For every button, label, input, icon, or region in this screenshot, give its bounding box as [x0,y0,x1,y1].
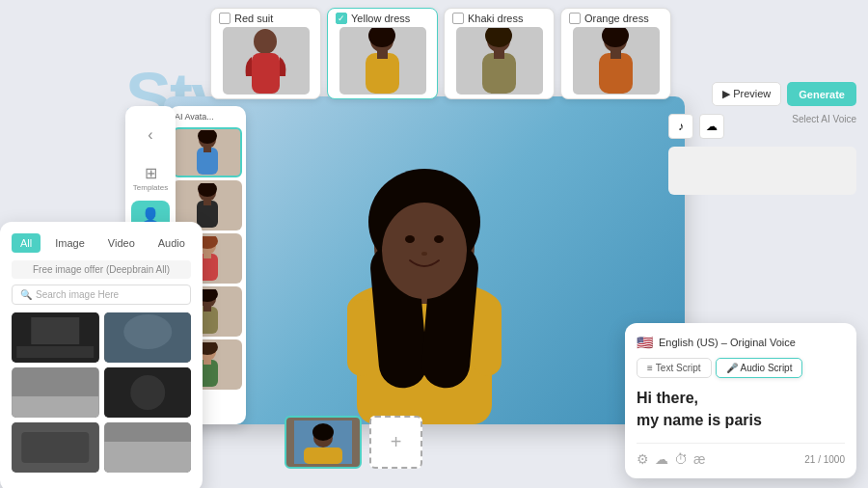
svg-rect-63 [104,442,191,473]
sidebar-label-templates: Templates [133,183,168,192]
text-script-icon: ≡ [647,363,653,373]
main-avatar-svg [280,96,569,424]
media-tab-video[interactable]: Video [99,233,144,253]
timeline-thumb-1[interactable] [285,416,362,469]
cloud-icon[interactable]: ☁ [655,451,668,467]
avatar-panel-title: AI Avata... [173,112,242,122]
svg-rect-12 [599,53,633,94]
outfit-thumb-khaki-dress [456,27,543,95]
svg-rect-50 [304,447,342,464]
media-thumb-5[interactable] [12,422,99,473]
outfit-checkbox-orange-dress[interactable] [569,13,581,24]
svg-rect-13 [610,49,621,59]
flag-icon: 🇺🇸 [637,335,653,350]
avatar-list-item-1[interactable] [173,127,242,177]
outfit-label-khaki-dress: Khaki dress [468,13,523,24]
search-icon: 🔍 [20,289,32,300]
media-thumb-3[interactable] [12,367,99,418]
svg-point-49 [312,423,334,441]
outfit-selector: Red suit ✓ Yellow dress [210,8,671,99]
svg-rect-5 [377,49,388,59]
svg-rect-53 [31,317,79,344]
tab-audio-script[interactable]: 🎤 Audio Script [716,358,803,378]
search-placeholder: Search image Here [36,289,119,300]
char-count: 21 / 1000 [804,454,845,465]
media-banner: Free image offer (Deepbrain All) [12,260,191,279]
svg-rect-37 [473,299,502,376]
voice-icons-bar: ♪ ☁ Select AI Voice [668,114,856,139]
font-icon[interactable]: æ [693,451,705,467]
back-icon: ‹ [148,126,152,144]
svg-rect-4 [366,53,399,94]
outfit-checkbox-khaki-dress[interactable] [452,13,464,24]
media-search-input[interactable]: 🔍 Search image Here [12,285,191,305]
outfit-thumb-red-suit [223,27,310,95]
media-tab-all[interactable]: All [12,233,41,253]
plus-icon: + [391,431,402,453]
svg-rect-33 [203,358,211,365]
outfit-card-khaki-dress[interactable]: Khaki dress [444,8,555,99]
settings-icon[interactable]: ⚙ [637,451,649,467]
media-thumb-6[interactable] [104,422,192,473]
outfit-label-red-suit: Red suit [234,13,273,24]
script-language-label: 🇺🇸 English (US) – Original Voice [637,335,845,350]
outfit-thumb-orange-dress [573,27,660,95]
right-panel: ▶ Preview Generate ♪ ☁ Select AI Voice [668,82,856,204]
audio-script-icon: 🎤 [726,363,738,373]
svg-rect-9 [494,49,504,59]
media-thumb-4[interactable] [104,367,192,418]
svg-rect-57 [12,396,98,418]
clock-icon[interactable]: ⏱ [674,451,688,467]
script-tabs: ≡ Text Script 🎤 Audio Script [637,358,845,378]
voice-select-placeholder[interactable] [668,147,856,195]
sidebar-item-templates[interactable]: ⊞ Templates [131,158,170,197]
outfit-checkbox-yellow-dress[interactable]: ✓ [336,13,347,24]
language-name: English (US) – Original Voice [659,337,796,348]
script-text-content: Hi there,my name is paris [637,388,845,431]
main-avatar-container [280,96,569,424]
svg-point-43 [382,203,467,299]
timeline-strip: + [285,416,422,469]
timeline-add-button[interactable]: + [369,416,422,469]
svg-point-46 [421,252,427,256]
voice-select-label: Select AI Voice [730,114,856,135]
svg-rect-25 [203,252,211,258]
script-footer: ⚙ ☁ ⏱ æ 21 / 1000 [637,443,845,467]
svg-rect-1 [252,53,280,94]
media-thumb-2[interactable] [104,312,192,363]
svg-rect-8 [482,53,516,94]
preview-button[interactable]: ▶ Preview [712,82,781,106]
svg-rect-52 [16,346,94,358]
text-script-label: Text Script [656,363,701,373]
svg-point-44 [405,235,415,243]
svg-point-0 [254,29,277,54]
outfit-label-yellow-dress: Yellow dress [351,13,410,24]
svg-point-45 [434,235,444,243]
script-panel: 🇺🇸 English (US) – Original Voice ≡ Text … [625,323,856,478]
media-tabs: All Image Video Audio [12,233,191,253]
svg-rect-21 [203,199,211,205]
media-tab-image[interactable]: Image [46,233,94,253]
svg-rect-17 [203,146,211,152]
outfit-card-yellow-dress[interactable]: ✓ Yellow dress [327,8,438,99]
preview-generate-bar: ▶ Preview Generate [668,82,856,106]
svg-rect-29 [203,305,211,312]
media-thumb-1[interactable] [12,312,99,363]
svg-point-55 [123,314,172,349]
audio-script-label: Audio Script [741,363,793,373]
outfit-thumb-yellow-dress [339,27,426,95]
voice-icon-1[interactable]: ♪ [668,114,693,139]
outfit-card-orange-dress[interactable]: Orange dress [560,8,671,99]
media-grid [12,312,191,473]
tab-text-script[interactable]: ≡ Text Script [637,358,712,378]
svg-rect-61 [21,432,89,463]
sidebar-item-back[interactable]: ‹ [131,116,170,154]
templates-icon: ⊞ [145,164,157,182]
media-tab-audio[interactable]: Audio [149,233,194,253]
voice-icon-2[interactable]: ☁ [699,114,724,139]
outfit-checkbox-red-suit[interactable] [219,13,231,24]
generate-button[interactable]: Generate [787,82,856,106]
svg-rect-36 [347,299,376,376]
svg-point-59 [130,375,165,410]
outfit-card-red-suit[interactable]: Red suit [210,8,321,99]
